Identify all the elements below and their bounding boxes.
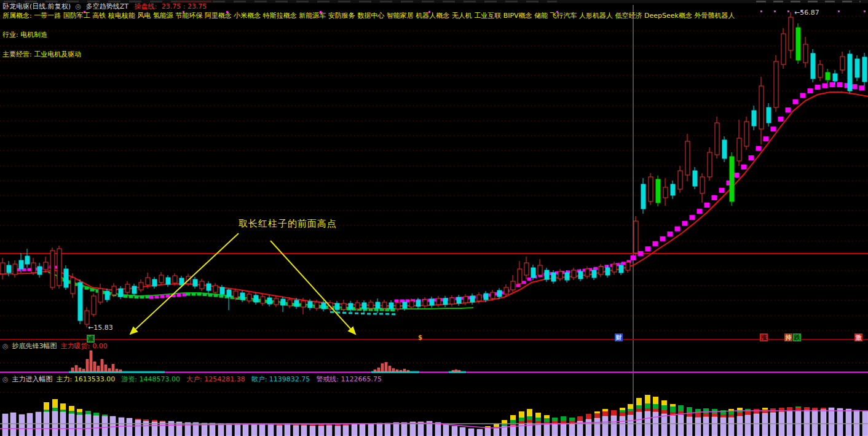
candle-body bbox=[1, 263, 5, 274]
sub2-bar-green-cap bbox=[620, 410, 625, 412]
sub2-bar-red-cap bbox=[695, 413, 701, 418]
sub2-bar-body bbox=[670, 416, 676, 436]
candle-body bbox=[715, 123, 719, 155]
panel2-collapse-icon[interactable]: ◎ bbox=[2, 342, 9, 350]
trend-ribbon-block bbox=[837, 82, 843, 87]
sub2-bar-yellow-cap bbox=[645, 395, 650, 403]
candle-body bbox=[234, 291, 238, 298]
sub2-bar-body bbox=[712, 417, 717, 436]
candle-body bbox=[759, 86, 763, 129]
trend-ribbon-block bbox=[85, 287, 89, 290]
panel3-title[interactable]: 主力进入幅图 bbox=[12, 375, 53, 383]
sub1-histogram-bar bbox=[396, 370, 398, 372]
sub2-bar-red-cap bbox=[636, 409, 642, 412]
trend-ribbon-block bbox=[342, 312, 346, 314]
sub1-histogram-bar bbox=[403, 369, 406, 372]
sub1-histogram-bar bbox=[97, 366, 100, 372]
sub1-histogram-bar bbox=[105, 365, 107, 372]
red-ma-line bbox=[0, 92, 868, 306]
candle-body bbox=[342, 303, 346, 309]
candle-body bbox=[369, 302, 373, 308]
sub2-bar-body bbox=[127, 418, 132, 436]
sub2-bar-green-cap bbox=[60, 410, 66, 412]
panel3-metrics: 主力: 1613533.00游资: 1448573.00大户: 1254281.… bbox=[57, 375, 388, 383]
candle-body bbox=[166, 278, 170, 284]
sub2-bar-body bbox=[728, 418, 734, 436]
candle-body bbox=[355, 303, 360, 309]
candle-body bbox=[125, 284, 130, 292]
candle-body bbox=[193, 279, 197, 286]
candle-body bbox=[803, 44, 808, 63]
candle-body bbox=[599, 267, 603, 274]
trend-ribbon-block bbox=[330, 311, 334, 313]
candle-body bbox=[119, 289, 123, 297]
candle-body bbox=[504, 287, 508, 294]
concepts-label: 所属概念: bbox=[2, 12, 32, 20]
candle-body bbox=[44, 262, 48, 270]
sub2-bar-green-cap bbox=[678, 405, 684, 411]
candle-body bbox=[767, 107, 771, 123]
candle-body bbox=[685, 141, 690, 175]
sub2-bar-red-cap bbox=[152, 420, 157, 422]
top-signal-dot bbox=[864, 10, 866, 12]
panel2-title[interactable]: 抄底先锋3幅图 bbox=[12, 342, 57, 350]
candle-body bbox=[826, 72, 830, 80]
panel2-header: ◎ 抄底先锋3幅图 主力吸货: 0.00 bbox=[2, 342, 108, 350]
trend-ribbon-block bbox=[208, 294, 213, 297]
sub2-bar-red-cap bbox=[586, 414, 591, 419]
industry-value[interactable]: 电机制造 bbox=[20, 31, 47, 39]
high-price-label: ←56.87 bbox=[794, 9, 819, 17]
trend-ribbon-block bbox=[214, 294, 218, 297]
sub2-bar-body bbox=[594, 418, 600, 436]
concepts-list[interactable]: 一带一路 国防军工 高铁 核电核能 风电 氢能源 节能环保 阿里概念 小米概念 … bbox=[34, 12, 735, 20]
trend-ribbon-block bbox=[385, 313, 389, 315]
trend-ribbon-block bbox=[367, 313, 371, 315]
sub2-bar-green-cap bbox=[519, 418, 524, 421]
candle-body bbox=[308, 302, 312, 308]
candle-body bbox=[862, 57, 867, 82]
sub1-histogram-bar bbox=[90, 351, 92, 372]
candle-body bbox=[159, 275, 164, 282]
sub2-bar-body bbox=[102, 416, 108, 436]
candle-body bbox=[464, 297, 468, 303]
trend-ribbon-block bbox=[621, 262, 626, 265]
sub1-histogram-bar bbox=[407, 370, 409, 372]
sub2-bar-yellow-cap bbox=[594, 411, 600, 413]
main-chart-canvas[interactable] bbox=[0, 0, 868, 436]
sub2-bar-body bbox=[235, 424, 240, 436]
sub2-bar-body bbox=[385, 423, 390, 436]
sub2-bar-green-cap bbox=[628, 409, 633, 411]
trend-ribbon-block bbox=[741, 165, 747, 169]
trend-ribbon-block bbox=[800, 93, 806, 98]
panel3-metric-4: 警戒线: 1122665.75 bbox=[316, 375, 382, 383]
sub2-bar-body bbox=[393, 422, 399, 436]
sub2-bar-green-cap bbox=[527, 416, 532, 420]
sub2-bar-body bbox=[804, 410, 810, 436]
top-signal-dot bbox=[774, 10, 776, 12]
trend-ribbon-block bbox=[653, 241, 658, 246]
candle-body bbox=[491, 292, 495, 298]
sub2-bar-red-cap bbox=[745, 411, 751, 415]
trend-ribbon-block bbox=[28, 268, 32, 271]
indicator-name[interactable]: 多空趋势线ZT bbox=[86, 2, 128, 10]
trend-ribbon-block bbox=[177, 294, 181, 297]
panel3-collapse-icon[interactable]: ◎ bbox=[2, 375, 9, 383]
candle-body bbox=[173, 276, 177, 283]
sub2-bar-yellow-cap bbox=[620, 408, 625, 410]
sub2-bar-green-cap bbox=[52, 408, 58, 411]
sub1-histogram-bar bbox=[79, 368, 81, 372]
candle-body bbox=[572, 270, 576, 278]
sub2-bar-body bbox=[335, 426, 341, 436]
sub2-bar-body bbox=[687, 417, 692, 436]
sub2-bar-yellow-cap bbox=[636, 398, 642, 405]
candle-body bbox=[200, 281, 204, 289]
sub2-bar-red-cap bbox=[720, 415, 726, 418]
signal-badge-$: $ bbox=[416, 333, 424, 341]
collapse-icon[interactable]: ◎ bbox=[76, 3, 82, 10]
sub1-histogram-bar bbox=[377, 368, 380, 372]
sub1-histogram-bar bbox=[392, 368, 395, 372]
sub2-bar-red-cap bbox=[754, 409, 759, 414]
sub2-bar-body bbox=[837, 408, 843, 436]
trend-ribbon-block bbox=[697, 209, 703, 214]
top-signal-dot bbox=[760, 10, 762, 12]
